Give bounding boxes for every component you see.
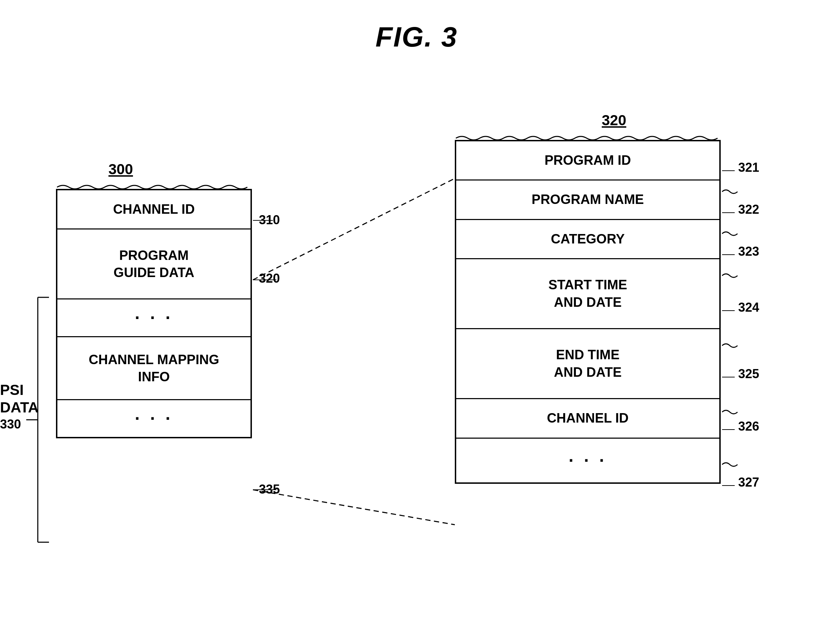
label-326: 326 <box>738 419 759 434</box>
label-324: 324 <box>738 300 759 315</box>
psi-data-label: PSI DATA 330 <box>0 381 39 432</box>
program-id-cell: PROGRAM ID <box>456 141 719 180</box>
label-335: 335 <box>259 482 280 497</box>
channel-mapping-info-cell: CHANNEL MAPPING INFO <box>57 337 251 400</box>
label-320-top: 320 <box>602 112 626 129</box>
end-time-cell: END TIME AND DATE <box>456 329 719 399</box>
category-cell: CATEGORY <box>456 220 719 259</box>
right-box: PROGRAM ID PROGRAM NAME CATEGORY START T… <box>455 140 721 484</box>
label-327: 327 <box>738 475 759 490</box>
diagram-container: CHANNEL ID PROGRAM GUIDE DATA · · · CHAN… <box>0 77 833 619</box>
svg-line-0 <box>253 178 455 280</box>
svg-line-1 <box>253 490 455 525</box>
program-name-cell: PROGRAM NAME <box>456 180 719 220</box>
label-320-left: 320 <box>259 271 280 286</box>
program-guide-data-cell: PROGRAM GUIDE DATA <box>57 230 251 299</box>
label-323: 323 <box>738 244 759 259</box>
channel-id-cell: CHANNEL ID <box>57 190 251 230</box>
label-300: 300 <box>108 161 133 178</box>
left-dots-1: · · · <box>57 299 251 337</box>
right-dots: · · · <box>456 438 719 482</box>
figure-title: FIG. 3 <box>0 0 833 53</box>
left-box: CHANNEL ID PROGRAM GUIDE DATA · · · CHAN… <box>56 189 252 438</box>
left-dots-2: · · · <box>57 400 251 437</box>
label-325: 325 <box>738 366 759 381</box>
channel-id-right-cell: CHANNEL ID <box>456 399 719 438</box>
label-322: 322 <box>738 202 759 217</box>
label-321: 321 <box>738 160 759 175</box>
start-time-cell: START TIME AND DATE <box>456 259 719 329</box>
label-310: 310 <box>259 213 280 227</box>
